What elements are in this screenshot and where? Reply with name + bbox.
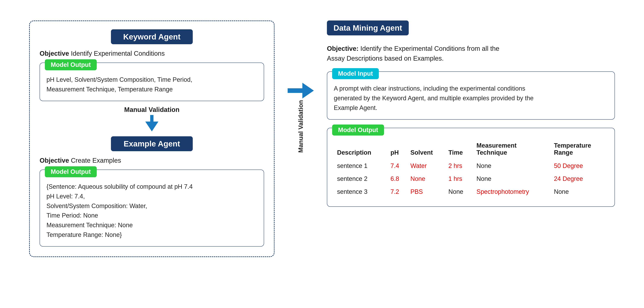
- table-row: sentence 3 7.2 PBS None Spectrophotometr…: [334, 185, 608, 198]
- col-technique: MeasurementTechnique: [473, 140, 550, 160]
- data-mining-title: Data Mining Agent: [327, 21, 409, 35]
- row2-temp: 24 Degree: [550, 172, 608, 185]
- row2-ph: 6.8: [387, 172, 407, 185]
- col-time: Time: [445, 140, 473, 160]
- model-output-label: Model Output: [332, 124, 384, 135]
- keyword-agent-section: Keyword Agent Objective Identify Experim…: [40, 29, 264, 101]
- right-objective: Objective: Identify the Experimental Con…: [327, 44, 615, 63]
- outer-dashed-box: Keyword Agent Objective Identify Experim…: [29, 21, 274, 257]
- arrow-row: [288, 83, 314, 98]
- table-wrapper: Description pH Solvent Time MeasurementT…: [327, 140, 614, 198]
- example-model-output-content: {Sentence: Aqueous solubility of compoun…: [40, 177, 264, 240]
- row3-ph: 7.2: [387, 185, 407, 198]
- keyword-model-output-label: Model Output: [45, 59, 97, 70]
- left-panel: Keyword Agent Objective Identify Experim…: [29, 21, 274, 257]
- col-temp: TemperatureRange: [550, 140, 608, 160]
- table-header-row: Description pH Solvent Time MeasurementT…: [334, 140, 608, 160]
- center-arrow-container: Manual Validation: [288, 83, 314, 153]
- table-row: sentence 2 6.8 None 1 hrs None 24 Degree: [334, 172, 608, 185]
- col-ph: pH: [387, 140, 407, 160]
- down-arrow-shaft: [150, 115, 154, 121]
- row2-solvent: None: [407, 172, 445, 185]
- keyword-objective-label: Objective: [40, 50, 69, 57]
- example-model-output-box: Model Output {Sentence: Aqueous solubili…: [40, 170, 264, 247]
- row3-technique: Spectrophotometry: [473, 185, 550, 198]
- horizontal-arrow: Manual Validation: [288, 83, 314, 153]
- row2-desc: sentence 2: [334, 172, 387, 185]
- results-table: Description pH Solvent Time MeasurementT…: [334, 140, 608, 198]
- model-input-label: Model Input: [332, 68, 379, 79]
- row1-time: 2 hrs: [445, 160, 473, 172]
- example-objective-label: Objective: [40, 157, 69, 164]
- keyword-model-output-content: pH Level, Solvent/System Composition, Ti…: [40, 70, 264, 94]
- arrow-head-h: [302, 83, 314, 98]
- row1-desc: sentence 1: [334, 160, 387, 172]
- example-model-output-label: Model Output: [45, 166, 97, 177]
- model-input-box: Model Input A prompt with clear instruct…: [327, 71, 615, 120]
- row1-solvent: Water: [407, 160, 445, 172]
- manual-validation-section: Manual Validation: [40, 106, 264, 131]
- row2-technique: None: [473, 172, 550, 185]
- row1-temp: 50 Degree: [550, 160, 608, 172]
- example-agent-objective: Objective Create Examples: [40, 156, 264, 165]
- row1-technique: None: [473, 160, 550, 172]
- example-objective-text: Create Examples: [71, 157, 121, 164]
- model-input-content: A prompt with clear instructions, includ…: [327, 79, 614, 113]
- right-objective-label: Objective:: [327, 45, 358, 52]
- model-output-table-box: Model Output Description pH Solvent Time…: [327, 128, 615, 207]
- arrow-shaft-h: [288, 88, 302, 93]
- keyword-agent-objective: Objective Identify Experimental Conditio…: [40, 49, 264, 58]
- col-solvent: Solvent: [407, 140, 445, 160]
- arrow-label: Manual Validation: [297, 100, 304, 153]
- example-agent-title: Example Agent: [111, 136, 193, 151]
- example-agent-section: Example Agent Objective Create Examples …: [40, 136, 264, 247]
- down-arrow-head: [145, 121, 158, 131]
- row3-desc: sentence 3: [334, 185, 387, 198]
- keyword-agent-title: Keyword Agent: [111, 29, 193, 44]
- row2-time: 1 hrs: [445, 172, 473, 185]
- col-description: Description: [334, 140, 387, 160]
- manual-validation-label: Manual Validation: [124, 106, 180, 113]
- row3-time: None: [445, 185, 473, 198]
- table-row: sentence 1 7.4 Water 2 hrs None 50 Degre…: [334, 160, 608, 172]
- row1-ph: 7.4: [387, 160, 407, 172]
- keyword-objective-text: Identify Experimental Conditions: [71, 50, 165, 57]
- keyword-model-output-box: Model Output pH Level, Solvent/System Co…: [40, 63, 264, 101]
- row3-solvent: PBS: [407, 185, 445, 198]
- row3-temp: None: [550, 185, 608, 198]
- main-container: Keyword Agent Objective Identify Experim…: [19, 11, 625, 297]
- right-panel: Data Mining Agent Objective: Identify th…: [327, 21, 615, 207]
